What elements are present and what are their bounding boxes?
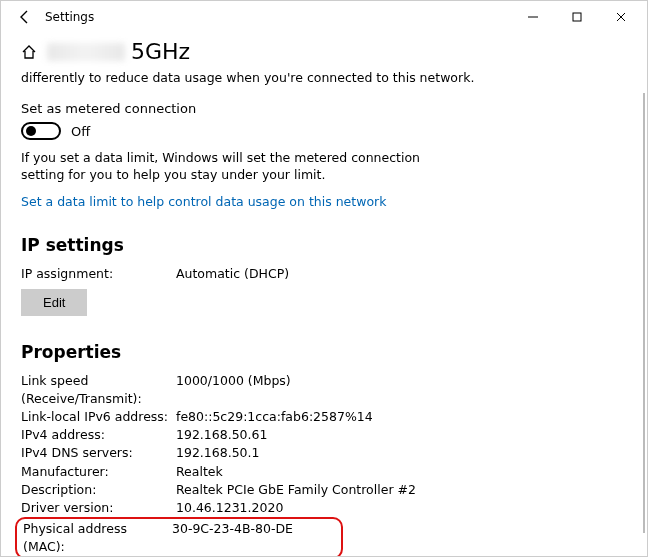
property-value: Realtek PCIe GbE Family Controller #2 <box>176 481 416 499</box>
svg-rect-1 <box>573 13 581 21</box>
property-value: fe80::5c29:1cca:fab6:2587%14 <box>176 408 373 426</box>
scrollbar-thumb[interactable] <box>643 93 645 533</box>
property-value: Realtek <box>176 463 223 481</box>
window-controls <box>511 1 643 33</box>
page-header: 5GHz <box>21 39 627 64</box>
property-label: IPv4 DNS servers: <box>21 444 176 462</box>
property-value: 1000/1000 (Mbps) <box>176 372 291 408</box>
close-button[interactable] <box>599 1 643 33</box>
metered-toggle-state: Off <box>71 124 90 139</box>
metered-help-text: If you set a data limit, Windows will se… <box>21 150 441 184</box>
property-label: Description: <box>21 481 176 499</box>
metered-toggle-row: Off <box>21 122 627 140</box>
property-row: IPv4 address:192.168.50.61 <box>21 426 627 444</box>
home-icon[interactable] <box>21 44 37 60</box>
property-row: Description:Realtek PCIe GbE Family Cont… <box>21 481 627 499</box>
property-row: Link speed (Receive/Transmit):1000/1000 … <box>21 372 627 408</box>
property-row: Link-local IPv6 address:fe80::5c29:1cca:… <box>21 408 627 426</box>
metered-label: Set as metered connection <box>21 101 627 116</box>
content-area: 5GHz differently to reduce data usage wh… <box>1 33 647 556</box>
edit-button[interactable]: Edit <box>21 289 87 316</box>
ip-assignment-row: IP assignment: Automatic (DHCP) <box>21 265 627 283</box>
property-value: 192.168.50.1 <box>176 444 260 462</box>
property-value: 192.168.50.61 <box>176 426 267 444</box>
page-title: 5GHz <box>131 39 190 64</box>
ip-settings-heading: IP settings <box>21 235 627 255</box>
property-row: Driver version:10.46.1231.2020 <box>21 499 627 517</box>
metered-toggle[interactable] <box>21 122 61 140</box>
property-label: Driver version: <box>21 499 176 517</box>
properties-heading: Properties <box>21 342 627 362</box>
maximize-button[interactable] <box>555 1 599 33</box>
minimize-button[interactable] <box>511 1 555 33</box>
mac-label: Physical address (MAC): <box>23 520 172 556</box>
property-label: Manufacturer: <box>21 463 176 481</box>
title-bar: Settings <box>1 1 647 33</box>
mac-address-row: Physical address (MAC): 30-9C-23-4B-80-D… <box>15 517 343 556</box>
property-label: IPv4 address: <box>21 426 176 444</box>
ip-assignment-value: Automatic (DHCP) <box>176 265 289 283</box>
ip-assignment-label: IP assignment: <box>21 265 176 283</box>
window-title: Settings <box>45 10 94 24</box>
truncated-description: differently to reduce data usage when yo… <box>21 70 627 85</box>
property-value: 10.46.1231.2020 <box>176 499 283 517</box>
back-button[interactable] <box>13 9 37 25</box>
mac-value: 30-9C-23-4B-80-DE <box>172 520 293 556</box>
data-limit-link[interactable]: Set a data limit to help control data us… <box>21 194 627 209</box>
property-row: Manufacturer:Realtek <box>21 463 627 481</box>
properties-list: Link speed (Receive/Transmit):1000/1000 … <box>21 372 627 517</box>
property-label: Link speed (Receive/Transmit): <box>21 372 176 408</box>
property-row: IPv4 DNS servers:192.168.50.1 <box>21 444 627 462</box>
property-label: Link-local IPv6 address: <box>21 408 176 426</box>
network-name-redacted <box>47 43 125 61</box>
